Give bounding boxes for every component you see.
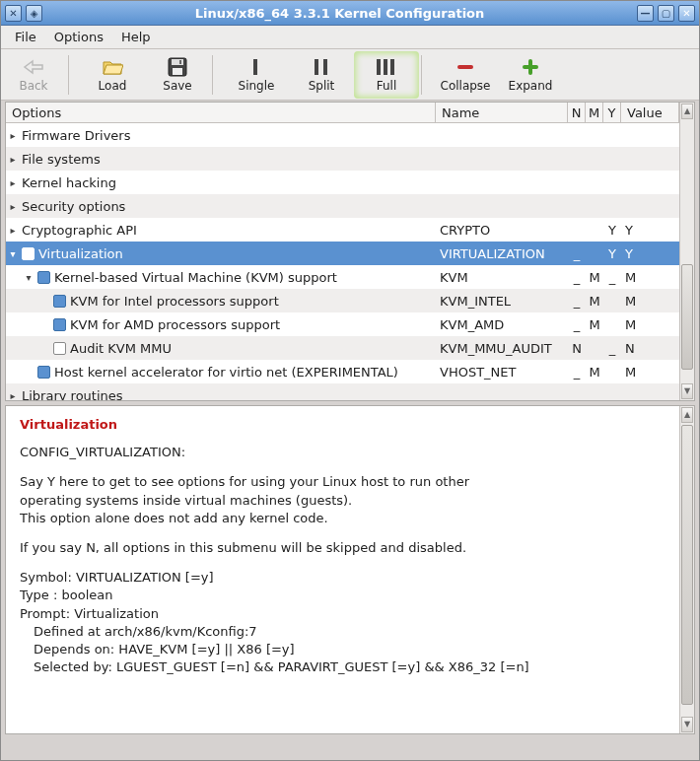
cell-y[interactable] <box>603 289 621 312</box>
split-view-button[interactable]: Split <box>289 51 354 99</box>
option-cell[interactable]: Audit KVM MMU <box>6 336 436 360</box>
tristate-checkbox[interactable] <box>22 247 35 260</box>
expand-arrow-right-icon[interactable]: ▸ <box>8 201 18 212</box>
tree-row[interactable]: ▸Kernel hacking <box>6 171 679 194</box>
cell-m[interactable] <box>586 194 603 218</box>
expand-button[interactable]: Expand <box>498 51 563 99</box>
cell-y[interactable] <box>603 147 621 171</box>
option-cell[interactable]: ▾Kernel-based Virtual Machine (KVM) supp… <box>6 265 436 289</box>
option-cell[interactable]: ▸Kernel hacking <box>6 171 436 194</box>
expand-arrow-right-icon[interactable]: ▸ <box>8 390 18 401</box>
option-cell[interactable]: KVM for AMD processors support <box>6 312 436 336</box>
scroll-up-icon[interactable]: ▲ <box>681 104 693 119</box>
menu-options[interactable]: Options <box>46 28 111 46</box>
cell-y[interactable] <box>603 312 621 336</box>
cell-n[interactable]: _ <box>568 312 586 336</box>
cell-n[interactable] <box>568 123 586 147</box>
cell-m[interactable] <box>586 336 603 360</box>
expand-arrow-right-icon[interactable]: ▸ <box>8 225 18 236</box>
tree-row[interactable]: ▸Cryptographic APICRYPTOYY <box>6 218 679 242</box>
cell-n[interactable] <box>568 171 586 194</box>
cell-y[interactable] <box>603 123 621 147</box>
column-options[interactable]: Options <box>6 103 436 122</box>
maximize-button[interactable]: ▢ <box>658 5 674 22</box>
option-cell[interactable]: ▸Firmware Drivers <box>6 123 436 147</box>
tristate-checkbox[interactable] <box>37 366 50 379</box>
config-tree[interactable]: Options Name N M Y Value ▸Firmware Drive… <box>6 103 679 400</box>
scroll-down-icon[interactable]: ▼ <box>681 717 693 732</box>
scroll-down-icon[interactable]: ▼ <box>681 383 693 399</box>
tree-row[interactable]: ▸Firmware Drivers <box>6 123 679 147</box>
option-cell[interactable]: ▸Cryptographic API <box>6 218 436 242</box>
close-button[interactable]: ✕ <box>678 5 695 22</box>
option-cell[interactable]: ▸Security options <box>6 194 436 218</box>
cell-m[interactable]: M <box>586 265 603 289</box>
tristate-checkbox[interactable] <box>53 295 66 308</box>
load-button[interactable]: Load <box>80 51 145 99</box>
scroll-track[interactable] <box>680 120 694 382</box>
expand-arrow-down-icon[interactable]: ▾ <box>24 272 34 283</box>
tree-row[interactable]: KVM for AMD processors supportKVM_AMD_MM <box>6 312 679 336</box>
expand-arrow-down-icon[interactable]: ▾ <box>8 248 18 259</box>
collapse-button[interactable]: Collapse <box>433 51 498 99</box>
cell-n[interactable] <box>568 147 586 171</box>
tristate-checkbox[interactable] <box>53 342 66 355</box>
cell-y[interactable] <box>603 171 621 194</box>
cell-y[interactable] <box>603 360 621 383</box>
tree-scrollbar[interactable]: ▲ ▼ <box>679 103 694 400</box>
column-m[interactable]: M <box>586 103 603 122</box>
cell-n[interactable]: _ <box>568 360 586 383</box>
cell-n[interactable] <box>568 218 586 242</box>
option-cell[interactable]: ▸File systems <box>6 147 436 171</box>
column-n[interactable]: N <box>568 103 586 122</box>
tree-row[interactable]: KVM for Intel processors supportKVM_INTE… <box>6 289 679 312</box>
menu-help[interactable]: Help <box>113 28 159 46</box>
column-name[interactable]: Name <box>436 103 568 122</box>
cell-m[interactable] <box>586 123 603 147</box>
tree-row[interactable]: ▾VirtualizationVIRTUALIZATION_YY <box>6 242 679 265</box>
scroll-thumb[interactable] <box>681 264 693 369</box>
cell-m[interactable] <box>586 218 603 242</box>
cell-n[interactable]: _ <box>568 242 586 265</box>
cell-m[interactable] <box>586 147 603 171</box>
option-cell[interactable]: ▾Virtualization <box>6 242 436 265</box>
cell-y[interactable]: _ <box>603 265 621 289</box>
single-view-button[interactable]: Single <box>224 51 289 99</box>
menu-file[interactable]: File <box>7 28 44 46</box>
save-button[interactable]: Save <box>145 51 210 99</box>
expand-arrow-right-icon[interactable]: ▸ <box>8 177 18 188</box>
cell-y[interactable]: Y <box>603 242 621 265</box>
expand-arrow-right-icon[interactable]: ▸ <box>8 130 18 141</box>
full-view-button[interactable]: Full <box>354 51 419 99</box>
tree-row[interactable]: ▸Security options <box>6 194 679 218</box>
cell-n[interactable]: _ <box>568 289 586 312</box>
cell-m[interactable]: M <box>586 360 603 383</box>
cell-y[interactable]: Y <box>603 218 621 242</box>
cell-y[interactable] <box>603 194 621 218</box>
expand-arrow-right-icon[interactable]: ▸ <box>8 154 18 165</box>
tree-row[interactable]: ▸File systems <box>6 147 679 171</box>
column-value[interactable]: Value <box>621 103 679 122</box>
cell-y[interactable]: _ <box>603 336 621 360</box>
scroll-up-icon[interactable]: ▲ <box>681 407 693 423</box>
tristate-checkbox[interactable] <box>37 271 50 284</box>
option-cell[interactable]: ▸Library routines <box>6 383 436 400</box>
cell-m[interactable] <box>586 242 603 265</box>
cell-n[interactable]: N <box>568 336 586 360</box>
tree-row[interactable]: ▸Library routines <box>6 383 679 400</box>
cell-n[interactable] <box>568 194 586 218</box>
tristate-checkbox[interactable] <box>53 318 66 331</box>
sticky-button[interactable]: ◈ <box>26 5 42 22</box>
cell-n[interactable] <box>568 383 586 400</box>
minimize-button[interactable]: — <box>637 5 654 22</box>
option-cell[interactable]: Host kernel accelerator for virtio net (… <box>6 360 436 383</box>
cell-n[interactable]: _ <box>568 265 586 289</box>
tree-row[interactable]: ▾Kernel-based Virtual Machine (KVM) supp… <box>6 265 679 289</box>
help-scrollbar[interactable]: ▲ ▼ <box>679 406 694 733</box>
cell-m[interactable] <box>586 383 603 400</box>
cell-m[interactable]: M <box>586 312 603 336</box>
cell-y[interactable] <box>603 383 621 400</box>
cell-m[interactable]: M <box>586 289 603 312</box>
option-cell[interactable]: KVM for Intel processors support <box>6 289 436 312</box>
scroll-thumb[interactable] <box>681 425 693 705</box>
